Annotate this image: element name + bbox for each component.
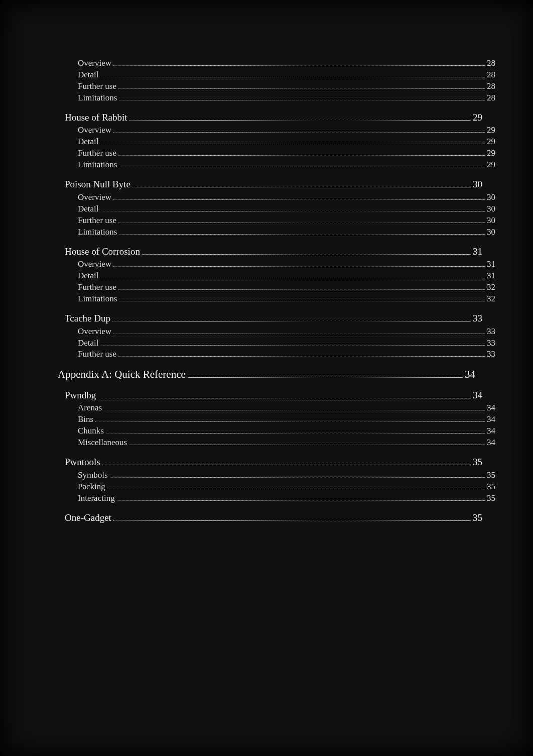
document-page: Overview28Detail28Further use28Limitatio…	[0, 0, 533, 756]
toc-leader	[98, 391, 471, 398]
toc-entry-title: Arenas	[78, 402, 102, 414]
toc-entry-title: Pwntools	[65, 456, 100, 469]
toc-leader	[113, 127, 485, 133]
toc-entry[interactable]: Tcache Dup33	[65, 312, 482, 325]
toc-entry[interactable]: Detail31	[78, 270, 495, 282]
toc-entry-page: 29	[487, 159, 495, 171]
toc-entry-title: Overview	[78, 192, 111, 203]
toc-entry-page: 29	[487, 136, 495, 148]
toc-leader	[110, 471, 485, 478]
toc-entry[interactable]: Further use28	[78, 81, 495, 92]
toc-entry[interactable]: Limitations30	[78, 227, 495, 238]
toc-entry[interactable]: Bins34	[78, 414, 495, 425]
toc-entry-page: 34	[487, 414, 495, 425]
toc-leader	[104, 404, 485, 411]
toc-leader	[119, 94, 485, 100]
toc-entry-page: 34	[473, 389, 482, 402]
toc-leader	[113, 193, 485, 200]
toc-entry[interactable]: Detail30	[78, 203, 495, 215]
toc-entry-title: Bins	[78, 414, 93, 425]
toc-entry[interactable]: Overview31	[78, 259, 495, 270]
toc-entry[interactable]: House of Corrosion31	[65, 245, 482, 258]
toc-entry-page: 33	[487, 338, 495, 349]
toc-entry-page: 34	[487, 425, 495, 437]
toc-leader	[112, 314, 471, 321]
toc-entry-title: One-Gadget	[65, 511, 111, 524]
toc-entry[interactable]: Overview29	[78, 125, 495, 136]
toc-entry-page: 30	[487, 227, 495, 238]
toc-entry-page: 28	[487, 92, 495, 104]
toc-entry[interactable]: Further use32	[78, 282, 495, 293]
toc-entry-page: 30	[487, 203, 495, 215]
toc-entry-title: House of Rabbit	[65, 111, 127, 124]
toc-entry-title: Limitations	[78, 227, 117, 238]
toc-entry[interactable]: Further use29	[78, 148, 495, 159]
toc-leader	[129, 114, 471, 121]
toc-entry-title: Overview	[78, 259, 111, 270]
toc-entry[interactable]: Detail29	[78, 136, 495, 148]
toc-entry[interactable]: Pwndbg34	[65, 389, 482, 402]
toc-leader	[132, 180, 471, 187]
toc-entry[interactable]: House of Rabbit29	[65, 111, 482, 124]
toc-entry[interactable]: Detail33	[78, 338, 495, 349]
toc-entry-title: Interacting	[78, 493, 115, 504]
toc-entry-page: 35	[487, 481, 495, 493]
toc-entry-title: Overview	[78, 125, 111, 136]
toc-leader	[102, 458, 471, 465]
toc-entry[interactable]: Appendix A: Quick Reference34	[58, 367, 475, 381]
toc-entry-title: Further use	[78, 148, 116, 159]
toc-entry-title: Overview	[78, 58, 111, 69]
toc-entry[interactable]: Limitations32	[78, 293, 495, 305]
toc-entry-title: Tcache Dup	[65, 312, 110, 325]
toc-entry[interactable]: Pwntools35	[65, 456, 482, 469]
toc-entry[interactable]: Limitations29	[78, 159, 495, 171]
toc-entry-title: Limitations	[78, 159, 117, 171]
toc-entry-page: 33	[487, 326, 495, 338]
toc-entry[interactable]: Packing35	[78, 481, 495, 493]
toc-entry-title: Appendix A: Quick Reference	[58, 367, 186, 381]
toc-entry[interactable]: Interacting35	[78, 493, 495, 504]
toc-entry[interactable]: Poison Null Byte30	[65, 178, 482, 191]
toc-entry-title: Detail	[78, 338, 99, 349]
toc-entry[interactable]: Limitations28	[78, 92, 495, 104]
toc-entry[interactable]: Chunks34	[78, 425, 495, 437]
toc-entry-page: 31	[473, 245, 482, 258]
toc-entry[interactable]: Further use30	[78, 215, 495, 227]
toc-leader	[129, 439, 485, 445]
toc-leader	[107, 483, 485, 489]
toc-entry-page: 33	[473, 312, 482, 325]
toc-entry-title: Packing	[78, 481, 105, 493]
toc-leader	[101, 138, 485, 145]
toc-entry[interactable]: Detail28	[78, 69, 495, 81]
toc-entry[interactable]: Miscellaneous34	[78, 437, 495, 449]
toc-entry-page: 31	[487, 270, 495, 282]
toc-entry[interactable]: Arenas34	[78, 402, 495, 414]
toc-entry-page: 34	[465, 367, 475, 381]
toc-entry-title: Pwndbg	[65, 389, 96, 402]
toc-entry[interactable]: Symbols35	[78, 470, 495, 481]
toc-entry-title: Further use	[78, 282, 116, 293]
toc-leader	[113, 260, 485, 267]
toc-leader	[118, 351, 485, 357]
toc-entry[interactable]: Further use33	[78, 349, 495, 360]
toc-leader	[118, 283, 485, 290]
toc-entry-page: 28	[487, 81, 495, 92]
toc-leader	[188, 370, 463, 378]
toc-entry-page: 35	[473, 511, 482, 524]
toc-entry-page: 28	[487, 58, 495, 69]
toc-entry-page: 32	[487, 282, 495, 293]
toc-entry[interactable]: Overview30	[78, 192, 495, 203]
toc-entry-title: Further use	[78, 215, 116, 227]
toc-leader	[101, 272, 485, 278]
toc-entry-title: Poison Null Byte	[65, 178, 130, 191]
toc-leader	[118, 82, 485, 89]
toc-leader	[101, 205, 485, 211]
toc-entry[interactable]: Overview33	[78, 326, 495, 338]
toc-leader	[119, 161, 485, 167]
toc-entry[interactable]: One-Gadget35	[65, 511, 482, 524]
toc-leader	[119, 228, 485, 235]
toc-entry-title: Overview	[78, 326, 111, 338]
toc-entry-title: Limitations	[78, 293, 117, 305]
toc-entry[interactable]: Overview28	[78, 58, 495, 69]
toc-entry-page: 35	[473, 456, 482, 469]
